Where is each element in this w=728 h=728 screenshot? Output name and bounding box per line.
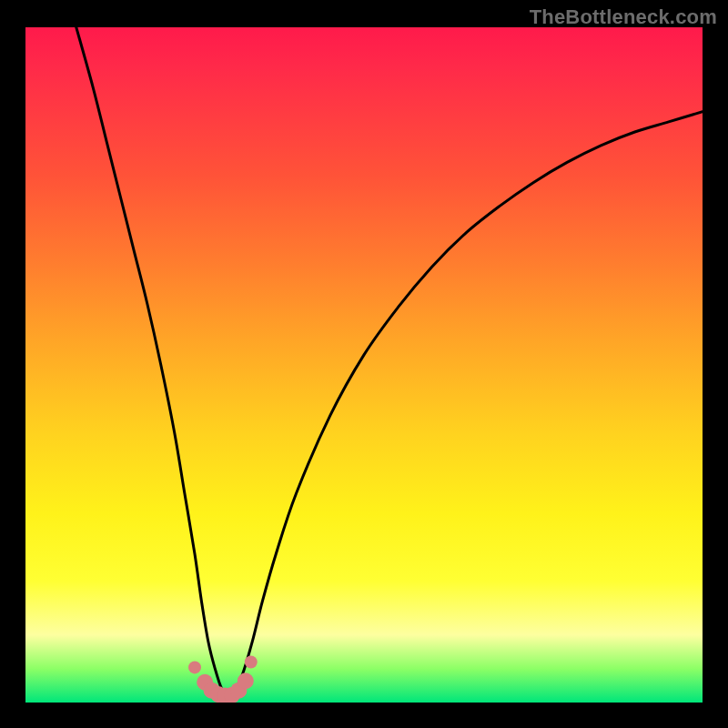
chart-frame: TheBottleneck.com [0, 0, 728, 728]
curve-overlay [25, 27, 703, 703]
curve-markers [188, 655, 258, 703]
watermark-text: TheBottleneck.com [530, 5, 717, 29]
bottleneck-curve [76, 27, 703, 696]
marker-dot [245, 655, 258, 668]
gradient-plot-area [25, 27, 703, 703]
marker-dot [188, 661, 201, 673]
marker-dot [238, 672, 254, 689]
